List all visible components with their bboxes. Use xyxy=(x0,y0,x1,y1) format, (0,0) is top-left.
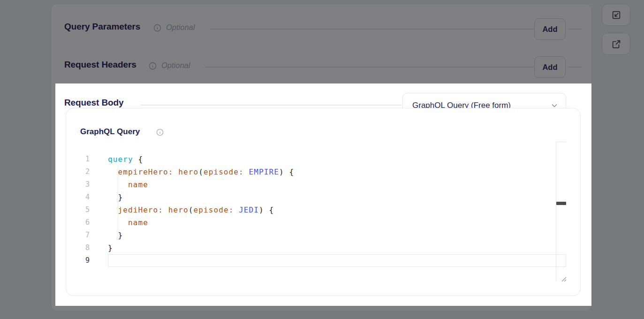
line-number: 7 xyxy=(73,229,90,242)
dim-overlay-right xyxy=(591,84,644,306)
code-line: 4 } xyxy=(73,191,570,204)
divider xyxy=(210,29,534,30)
code-token: ( xyxy=(198,167,204,176)
query-parameters-info-icon[interactable] xyxy=(153,24,161,32)
line-number: 3 xyxy=(73,178,90,191)
code-line: 9 xyxy=(73,254,570,267)
code-line-content: jediHero: hero(episode: JEDI) { xyxy=(108,204,274,216)
code-token xyxy=(108,167,118,176)
code-line: 6 name xyxy=(73,216,570,229)
code-token: empireHero xyxy=(118,167,168,176)
external-link-icon xyxy=(611,39,621,49)
code-token: } xyxy=(118,231,123,240)
code-token xyxy=(234,205,239,214)
code-token: query xyxy=(108,155,133,164)
line-number: 5 xyxy=(73,204,90,216)
divider xyxy=(141,105,402,106)
code-line-content: empireHero: hero(episode: EMPIRE) { xyxy=(108,166,294,178)
code-token: jediHero xyxy=(118,205,158,214)
code-token xyxy=(174,167,179,176)
code-token: hero xyxy=(168,205,189,214)
code-token: name xyxy=(128,218,148,227)
divider xyxy=(568,29,582,30)
line-number: 2 xyxy=(73,166,90,178)
code-token xyxy=(108,193,118,202)
edit-request-button[interactable] xyxy=(602,4,630,26)
divider xyxy=(568,67,582,68)
editor-scrollbar-track-cap xyxy=(556,142,566,142)
graphql-query-label: GraphQL Query xyxy=(80,127,140,137)
graphql-query-editor[interactable]: 1query {2 empireHero: hero(episode: EMPI… xyxy=(73,153,570,267)
code-line-content: } xyxy=(108,229,123,242)
code-token: } xyxy=(118,193,123,202)
code-line: 1query { xyxy=(73,153,570,166)
code-token: } xyxy=(108,243,113,252)
code-token: { xyxy=(269,205,274,214)
request-headers-info-icon[interactable] xyxy=(149,62,157,70)
code-token xyxy=(284,167,289,176)
dim-overlay-left xyxy=(0,84,55,306)
code-token xyxy=(108,205,118,214)
editor-scrollbar-thumb[interactable] xyxy=(556,202,566,205)
code-token xyxy=(133,155,138,164)
code-line-content: } xyxy=(108,242,113,254)
line-number: 4 xyxy=(73,191,90,204)
query-parameters-optional-label: Optional xyxy=(166,23,195,32)
code-token: ) xyxy=(259,205,264,214)
open-external-button[interactable] xyxy=(602,33,630,55)
code-token: name xyxy=(128,180,148,189)
add-request-header-button[interactable]: Add xyxy=(534,56,566,78)
code-token: : xyxy=(229,205,234,214)
code-token xyxy=(244,167,249,176)
code-line-content: } xyxy=(108,191,123,204)
code-token xyxy=(163,205,168,214)
graphql-query-info-icon[interactable] xyxy=(156,129,164,136)
code-token: ( xyxy=(189,205,194,214)
code-token: { xyxy=(138,155,143,164)
edit-in-square-icon xyxy=(611,10,621,20)
indent-guide xyxy=(118,166,118,241)
code-token: episode xyxy=(204,167,239,176)
code-line-content: name xyxy=(108,216,148,229)
code-line: 7 } xyxy=(73,229,570,242)
request-body-title: Request Body xyxy=(64,98,124,108)
line-number: 6 xyxy=(73,216,90,229)
code-token: : xyxy=(239,167,244,176)
active-line-content xyxy=(108,254,566,267)
request-headers-optional-label: Optional xyxy=(161,61,190,70)
code-token: ) xyxy=(279,167,284,176)
code-token xyxy=(108,231,118,240)
editor-scrollbar-track xyxy=(556,142,556,281)
code-line: 8} xyxy=(73,242,570,254)
editor-resize-handle[interactable] xyxy=(559,274,567,284)
page: Query Parameters Optional Add Request He… xyxy=(0,0,644,319)
code-line: 3 name xyxy=(73,178,570,191)
code-token: episode xyxy=(193,205,228,214)
code-token: hero xyxy=(178,167,198,176)
code-token: JEDI xyxy=(239,205,259,214)
code-token: EMPIRE xyxy=(249,167,279,176)
code-line: 5 jediHero: hero(episode: JEDI) { xyxy=(73,204,570,216)
request-headers-title: Request Headers xyxy=(64,60,136,70)
code-line-content: query { xyxy=(108,153,143,166)
line-number: 8 xyxy=(73,242,90,254)
code-line-content: name xyxy=(108,178,148,191)
code-token: : xyxy=(158,205,163,214)
code-token: { xyxy=(289,167,294,176)
code-line: 2 empireHero: hero(episode: EMPIRE) { xyxy=(73,166,570,178)
line-number: 9 xyxy=(73,254,90,267)
divider xyxy=(205,67,534,68)
code-token xyxy=(264,205,269,214)
add-query-parameter-button[interactable]: Add xyxy=(534,18,566,40)
code-token: : xyxy=(168,167,174,176)
query-parameters-title: Query Parameters xyxy=(64,22,140,32)
line-number: 1 xyxy=(73,153,90,166)
